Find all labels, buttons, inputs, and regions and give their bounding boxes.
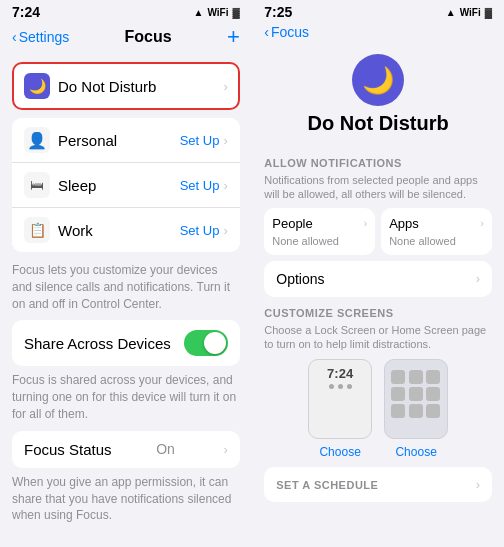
people-card-header: People ›: [272, 216, 367, 231]
screens-row: 7:24 Choose: [264, 359, 492, 459]
focus-status-chevron-icon: ›: [223, 442, 227, 457]
share-across-devices-row: Share Across Devices: [12, 320, 240, 366]
home-icon-9: [426, 404, 440, 418]
focus-status-description: When you give an app permission, it can …: [12, 474, 240, 524]
dnd-label: Do Not Disturb: [58, 78, 223, 95]
apps-card-header: Apps ›: [389, 216, 484, 231]
focus-status-row[interactable]: Focus Status On ›: [12, 431, 240, 468]
work-item[interactable]: 📋 Work Set Up ›: [12, 208, 240, 252]
sleep-item[interactable]: 🛏 Sleep Set Up ›: [12, 163, 240, 208]
home-icon-grid: [389, 370, 443, 418]
dnd-circle-icon: 🌙: [352, 54, 404, 106]
apps-label: Apps: [389, 216, 419, 231]
sleep-label: Sleep: [58, 177, 180, 194]
dnd-icon: 🌙: [24, 73, 50, 99]
home-icon-7: [391, 404, 405, 418]
left-status-icons: ▲ WiFi ▓: [194, 7, 240, 18]
options-row[interactable]: Options ›: [264, 261, 492, 297]
left-nav-bar: ‹ Settings Focus +: [0, 22, 252, 54]
share-toggle[interactable]: [184, 330, 228, 356]
people-sub: None allowed: [272, 235, 367, 247]
sleep-icon: 🛏: [24, 172, 50, 198]
apps-card[interactable]: Apps › None allowed: [381, 208, 492, 255]
battery-icon: ▓: [232, 7, 239, 18]
allow-notif-desc: Notifications from selected people and a…: [264, 173, 492, 202]
options-label: Options: [276, 271, 324, 287]
wifi-icon: WiFi: [207, 7, 228, 18]
home-screen-choose-button[interactable]: Choose: [395, 445, 436, 459]
home-icon-5: [409, 387, 423, 401]
left-status-bar: 7:24 ▲ WiFi ▓: [0, 0, 252, 22]
right-time: 7:25: [264, 4, 292, 20]
home-icon-2: [409, 370, 423, 384]
people-label: People: [272, 216, 312, 231]
lock-screen-preview: 7:24: [308, 359, 372, 439]
schedule-chevron-icon: ›: [476, 477, 480, 492]
add-button[interactable]: +: [227, 26, 240, 48]
allow-notif-header: ALLOW NOTIFICATIONS: [264, 157, 492, 169]
right-content: 🌙 Do Not Disturb ALLOW NOTIFICATIONS Not…: [252, 46, 504, 547]
work-chevron-icon: ›: [223, 223, 227, 238]
r-back-chevron-icon: ‹: [264, 24, 269, 40]
lock-dots: [329, 384, 352, 389]
r-battery-icon: ▓: [485, 7, 492, 18]
personal-icon: 👤: [24, 127, 50, 153]
right-status-icons: ▲ WiFi ▓: [446, 7, 492, 18]
right-panel: 7:25 ▲ WiFi ▓ ‹ Focus 🌙 Do Not Disturb A…: [252, 0, 504, 547]
options-chevron-icon: ›: [476, 271, 480, 286]
do-not-disturb-item[interactable]: 🌙 Do Not Disturb ›: [12, 62, 240, 110]
back-chevron-icon: ‹: [12, 29, 17, 45]
customize-screens-header: CUSTOMIZE SCREENS: [264, 307, 492, 319]
personal-chevron-icon: ›: [223, 133, 227, 148]
home-icon-3: [426, 370, 440, 384]
apps-chevron-icon: ›: [480, 217, 484, 229]
personal-item[interactable]: 👤 Personal Set Up ›: [12, 118, 240, 163]
right-status-bar: 7:25 ▲ WiFi ▓: [252, 0, 504, 22]
r-signal-icon: ▲: [446, 7, 456, 18]
focus-description: Focus lets you customize your devices an…: [12, 262, 240, 312]
dnd-chevron-icon: ›: [223, 79, 227, 94]
r-wifi-icon: WiFi: [460, 7, 481, 18]
people-chevron-icon: ›: [363, 217, 367, 229]
apps-sub: None allowed: [389, 235, 484, 247]
sleep-chevron-icon: ›: [223, 178, 227, 193]
left-nav-title: Focus: [125, 28, 172, 46]
share-description: Focus is shared across your devices, and…: [12, 372, 240, 422]
lock-screen-card: 7:24 Choose: [308, 359, 372, 459]
lock-screen-choose-button[interactable]: Choose: [319, 445, 360, 459]
focus-modes-list: 👤 Personal Set Up › 🛏 Sleep Set Up › 📋 W…: [12, 118, 240, 252]
dot-1: [329, 384, 334, 389]
lock-time: 7:24: [327, 366, 353, 381]
work-action[interactable]: Set Up: [180, 223, 220, 238]
back-to-settings[interactable]: ‹ Settings: [12, 29, 69, 45]
home-icon-1: [391, 370, 405, 384]
sleep-action[interactable]: Set Up: [180, 178, 220, 193]
work-icon: 📋: [24, 217, 50, 243]
work-label: Work: [58, 222, 180, 239]
home-screen-preview: [384, 359, 448, 439]
focus-status-value: On: [156, 441, 175, 457]
left-time: 7:24: [12, 4, 40, 20]
personal-label: Personal: [58, 132, 180, 149]
back-label: Settings: [19, 29, 70, 45]
dot-3: [347, 384, 352, 389]
toggle-knob: [204, 332, 226, 354]
r-back-label: Focus: [271, 24, 309, 40]
right-nav-bar: ‹ Focus: [252, 22, 504, 46]
signal-icon: ▲: [194, 7, 204, 18]
people-card[interactable]: People › None allowed: [264, 208, 375, 255]
home-icon-6: [426, 387, 440, 401]
dnd-header: 🌙 Do Not Disturb: [264, 46, 492, 147]
set-schedule-row[interactable]: SET A SCHEDULE ›: [264, 467, 492, 502]
personal-action[interactable]: Set Up: [180, 133, 220, 148]
share-label: Share Across Devices: [24, 335, 171, 352]
back-to-focus[interactable]: ‹ Focus: [264, 24, 492, 40]
dnd-title: Do Not Disturb: [308, 112, 449, 135]
customize-screens-desc: Choose a Lock Screen or Home Screen page…: [264, 323, 492, 352]
set-schedule-label: SET A SCHEDULE: [276, 479, 378, 491]
focus-status-label: Focus Status: [24, 441, 112, 458]
home-icon-4: [391, 387, 405, 401]
left-panel: 7:24 ▲ WiFi ▓ ‹ Settings Focus + 🌙 Do No…: [0, 0, 252, 547]
people-apps-row: People › None allowed Apps › None allowe…: [264, 208, 492, 255]
home-icon-8: [409, 404, 423, 418]
